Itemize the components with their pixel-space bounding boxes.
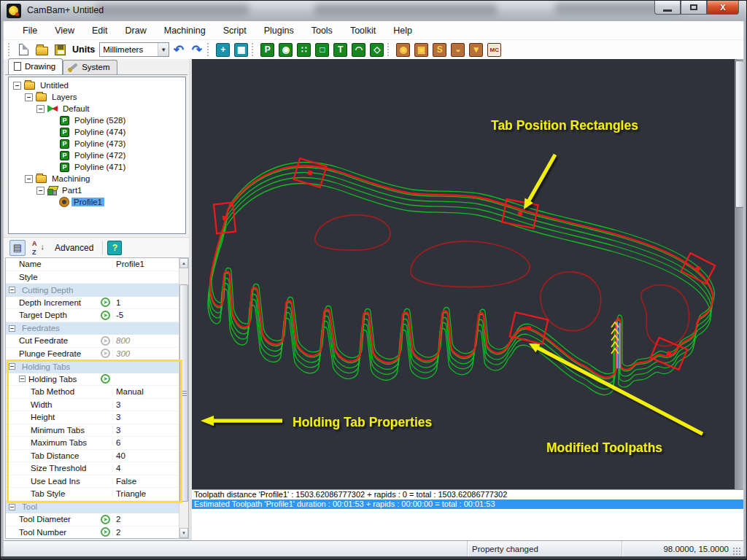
point-list-button[interactable]: ∷ bbox=[295, 42, 312, 58]
property-value[interactable]: Triangle bbox=[112, 489, 179, 498]
log-line[interactable]: Estimated Toolpath 'Profile1' duration :… bbox=[192, 499, 745, 509]
grid-button[interactable]: ▦ bbox=[233, 42, 249, 58]
property-row[interactable]: Tab StyleTriangle bbox=[6, 488, 179, 501]
tree-expander-icon[interactable] bbox=[13, 82, 21, 90]
categorized-view-button[interactable]: ▤ bbox=[9, 240, 26, 256]
tree-expander-icon[interactable] bbox=[36, 187, 44, 195]
collapse-icon[interactable] bbox=[9, 504, 15, 510]
property-row[interactable]: Tab MethodManual bbox=[6, 386, 179, 399]
redo-button[interactable]: ↷ bbox=[188, 42, 205, 58]
circle-button[interactable]: ◉ bbox=[277, 42, 294, 58]
undo-button[interactable]: ↶ bbox=[170, 42, 187, 58]
op-drill-button[interactable]: ▼ bbox=[468, 42, 484, 58]
property-row[interactable]: Plunge Feedrate➤300 bbox=[6, 348, 179, 361]
collapse-icon[interactable] bbox=[9, 287, 15, 293]
tree-row[interactable]: Layers bbox=[9, 91, 185, 103]
menu-item-view[interactable]: View bbox=[46, 23, 83, 39]
sort-alphabetical-button[interactable]: A Z ↓ bbox=[30, 240, 46, 256]
tree-row[interactable]: Part1 bbox=[9, 184, 185, 196]
op-ncfile-button[interactable]: MC bbox=[486, 42, 503, 58]
tree-row[interactable]: Untitled bbox=[9, 79, 185, 91]
arc-button[interactable]: ◠ bbox=[350, 42, 367, 58]
property-value[interactable]: 4 bbox=[112, 464, 179, 472]
property-value[interactable]: 3 bbox=[112, 426, 179, 435]
menu-item-help[interactable]: Help bbox=[384, 23, 421, 39]
collapse-icon[interactable] bbox=[9, 325, 15, 332]
property-row[interactable]: Depth Increment➤1 bbox=[6, 297, 179, 310]
rectangle-button[interactable]: □ bbox=[314, 42, 330, 58]
tree-expander-icon[interactable] bbox=[36, 105, 44, 113]
menu-item-machining[interactable]: Machining bbox=[155, 23, 214, 39]
property-row[interactable]: Height3 bbox=[6, 411, 179, 424]
surface-button[interactable]: ◇ bbox=[368, 42, 385, 58]
property-row[interactable]: Use Lead InsFalse bbox=[6, 475, 179, 489]
property-value[interactable]: 3 bbox=[112, 400, 179, 409]
property-row[interactable]: Tab Distance40 bbox=[6, 450, 179, 463]
property-value[interactable]: 3 bbox=[112, 413, 179, 421]
scroll-up-arrow-icon[interactable]: ▲ bbox=[179, 258, 188, 268]
property-row[interactable]: Size Threshold4 bbox=[6, 462, 179, 475]
property-value[interactable]: 2 bbox=[112, 528, 179, 537]
op-lathe-button[interactable]: ◒ bbox=[449, 42, 466, 58]
property-row[interactable]: Cut Feedrate➤800 bbox=[6, 335, 179, 348]
property-value[interactable]: 1 bbox=[112, 298, 179, 307]
tab-system[interactable]: System bbox=[63, 60, 117, 74]
menu-item-edit[interactable]: Edit bbox=[83, 23, 117, 39]
drawing-canvas[interactable]: Tab Position Rectangles Holding Tab Prop… bbox=[192, 59, 735, 489]
scrollbar-thumb[interactable] bbox=[179, 284, 188, 502]
property-grid-scrollbar[interactable]: ▲ ▼ bbox=[179, 258, 188, 538]
tree-row[interactable]: Machining bbox=[9, 173, 185, 184]
property-row[interactable]: Style bbox=[6, 271, 179, 284]
menu-item-file[interactable]: File bbox=[14, 23, 46, 39]
units-combobox[interactable]: Millimeters▼ bbox=[99, 42, 169, 57]
tree-expander-icon[interactable] bbox=[25, 175, 33, 183]
help-button[interactable]: ? bbox=[107, 241, 122, 255]
property-value[interactable]: Profile1 bbox=[112, 260, 179, 268]
collapse-icon[interactable] bbox=[9, 363, 15, 370]
property-row[interactable]: NameProfile1 bbox=[6, 258, 179, 271]
tree-row[interactable]: PPolyline (474) bbox=[9, 126, 185, 138]
advanced-button[interactable]: Advanced bbox=[50, 241, 98, 254]
property-value[interactable]: Manual bbox=[112, 387, 179, 396]
menu-item-plugins[interactable]: Plugins bbox=[255, 23, 303, 39]
scroll-down-arrow-icon[interactable]: ▼ bbox=[179, 528, 188, 538]
tree-row[interactable]: PPolyline (473) bbox=[9, 138, 185, 149]
polyline-button[interactable]: P bbox=[259, 42, 276, 58]
tree-row[interactable]: PPolyline (472) bbox=[9, 149, 185, 161]
resize-grip[interactable] bbox=[733, 548, 740, 555]
property-value[interactable]: 800 bbox=[112, 336, 179, 345]
tree-row[interactable]: Profile1 bbox=[9, 196, 185, 208]
menu-item-draw[interactable]: Draw bbox=[117, 23, 155, 39]
property-value[interactable]: False bbox=[112, 477, 179, 486]
property-value[interactable]: 40 bbox=[112, 451, 179, 460]
property-row[interactable]: Tool Diameter➤2 bbox=[6, 513, 179, 526]
op-engrave-button[interactable]: S bbox=[431, 42, 448, 58]
collapse-icon[interactable] bbox=[19, 376, 26, 382]
save-file-button[interactable] bbox=[52, 42, 69, 58]
menu-item-tools[interactable]: Tools bbox=[303, 23, 341, 39]
property-value[interactable]: 300 bbox=[112, 349, 179, 358]
open-file-button[interactable] bbox=[34, 42, 50, 58]
combo-dropdown-arrow-icon[interactable]: ▼ bbox=[158, 43, 169, 56]
property-row[interactable]: Width3 bbox=[6, 399, 179, 412]
property-row[interactable]: Minimum Tabs3 bbox=[6, 424, 179, 438]
menu-item-toolkit[interactable]: Toolkit bbox=[341, 23, 384, 39]
text-button[interactable]: T bbox=[332, 42, 349, 58]
property-row[interactable]: Holding Tabs➤ bbox=[6, 373, 179, 386]
op-pocket-button[interactable]: ◉ bbox=[395, 42, 411, 58]
property-row[interactable]: Tool Number➤2 bbox=[6, 526, 179, 539]
property-value[interactable]: 2 bbox=[112, 515, 179, 524]
close-button[interactable]: X bbox=[707, 1, 739, 15]
point-button[interactable]: + bbox=[214, 42, 231, 58]
maximize-button[interactable] bbox=[681, 1, 707, 15]
minimize-button[interactable] bbox=[654, 1, 681, 15]
tree-row[interactable]: PPolyline (528) bbox=[9, 114, 185, 126]
tree-row[interactable]: PPolyline (471) bbox=[9, 161, 185, 173]
menu-item-script[interactable]: Script bbox=[214, 23, 255, 39]
new-file-button[interactable] bbox=[15, 42, 32, 58]
tree-row[interactable]: Default bbox=[9, 103, 185, 114]
log-line[interactable]: Toolpath distance 'Profile1' : 1503.6208… bbox=[192, 490, 745, 499]
property-value[interactable]: -5 bbox=[112, 311, 179, 319]
tab-drawing[interactable]: Drawing bbox=[8, 58, 63, 74]
property-row[interactable]: Maximum Tabs6 bbox=[6, 437, 179, 450]
